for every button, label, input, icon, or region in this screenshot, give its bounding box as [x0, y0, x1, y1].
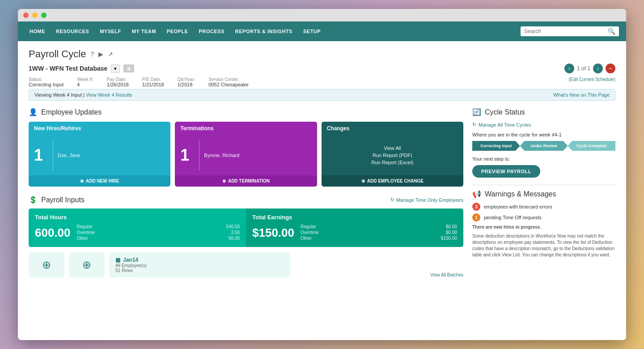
nav-process[interactable]: PROCESS	[194, 26, 229, 37]
week-value: 4	[77, 82, 80, 87]
total-hours-card: Total Hours 600.00 Regular 540.50 Overti…	[29, 209, 246, 247]
warnings-title: Warnings & Messages	[485, 190, 556, 198]
warning-icon: 📢	[472, 190, 481, 198]
total-earnings-card: Total Earnings $150.00 Regular $0.00 Ove…	[246, 209, 463, 247]
nav-my-team[interactable]: MY TEAM	[127, 26, 161, 37]
edit-schedule-link[interactable]: (Edit Current Schedule)	[569, 77, 616, 87]
earnings-title: Total Earnings	[252, 214, 457, 221]
add-batch-button-1[interactable]: ⊕	[29, 252, 64, 277]
warning-text-2: pending Time Off requests	[484, 215, 542, 220]
pe-date-value: 1/21/2018	[142, 82, 164, 87]
meta-qtr: Qtr/Year: 1/2018	[178, 77, 195, 87]
cycle-status-section: 🔄 Cycle Status ↻ Manage All Time Cycles …	[472, 108, 615, 178]
earnings-main: $150.00 Regular $0.00 Overtime $0.00	[252, 224, 457, 242]
search-bar: 🔍	[521, 26, 619, 36]
deduction-warning: Some deduction descriptions in Workforce…	[472, 233, 615, 258]
terms-divider	[199, 140, 199, 171]
add-hire-icon: ⊕	[80, 179, 84, 183]
hours-title: Total Hours	[35, 214, 240, 221]
remove-button[interactable]: −	[606, 64, 615, 73]
changes-card-title: Changes	[322, 122, 463, 135]
expand-icon[interactable]: ↗	[108, 51, 113, 58]
hours-regular-row: Regular 540.50	[77, 224, 240, 229]
maximize-dot[interactable]	[41, 13, 47, 18]
nav-resources[interactable]: RESOURCES	[51, 26, 93, 37]
new-hires-warning: There are new hires in progress.	[472, 224, 615, 230]
hours-breakdown: Regular 540.50 Overtime 3.50 Other 56.00	[77, 224, 240, 242]
main-nav: HOME RESOURCES MYSELF MY TEAM PEOPLE PRO…	[18, 21, 626, 41]
minimize-dot[interactable]	[32, 13, 38, 18]
hires-name: Doe, Jane	[58, 140, 165, 171]
nav-people[interactable]: PEOPLE	[162, 26, 193, 37]
dropdown-button[interactable]: ▾	[111, 64, 120, 73]
help-icon[interactable]: ?	[90, 51, 94, 58]
service-value: 0052 Chesapeake	[208, 82, 248, 87]
changes-card: Changes View All Run Report (PDF) Run Re…	[322, 122, 463, 187]
view-all-changes-link[interactable]: View All	[327, 145, 458, 151]
step-complete: Cycle Complete	[568, 141, 615, 151]
employee-icon: 👤	[29, 108, 38, 116]
payroll-inputs-header: 💲 Payroll Inputs	[29, 196, 85, 204]
run-report-pdf-link[interactable]: Run Report (PDF)	[327, 153, 458, 158]
meta-pay-date: Pay Date: 1/26/2018	[107, 77, 129, 87]
nav-reports[interactable]: REPORTS & INSIGHTS	[231, 26, 297, 37]
payroll-icon: 💲	[29, 196, 38, 204]
info-banner: Viewing Week 4 Input | View Week 4 Resul…	[29, 89, 615, 101]
app-window: HOME RESOURCES MYSELF MY TEAM PEOPLE PRO…	[18, 9, 626, 340]
add-change-icon: ⊕	[361, 179, 365, 183]
qtr-value: 1/2018	[178, 82, 193, 87]
earnings-overtime-row: Overtime $0.00	[301, 230, 457, 235]
run-report-excel-link[interactable]: Run Report (Excel)	[327, 160, 458, 165]
cycle-steps: Correcting Input Under Review Cycle Comp…	[472, 141, 615, 151]
titlebar	[18, 9, 626, 21]
add-new-hire-button[interactable]: ⊕ ADD NEW HIRE	[29, 175, 170, 187]
batch-actions: View All Batches	[295, 252, 463, 277]
meta-pe-date: P/E Date: 1/21/2018	[142, 77, 164, 87]
next-page-button[interactable]: ›	[593, 64, 603, 73]
changes-links: View All Run Report (PDF) Run Report (Ex…	[327, 140, 458, 171]
hours-overtime-row: Overtime 3.50	[77, 230, 240, 235]
search-input[interactable]	[524, 28, 605, 34]
earnings-other-row: Other $150.00	[301, 236, 457, 241]
status-value: Correcting Input	[29, 82, 64, 87]
preview-payroll-button[interactable]: PREVIEW PAYROLL	[472, 165, 540, 178]
warning-item-1: 3 employees with timecard errors	[472, 203, 615, 211]
warning-badge-1: 3	[472, 203, 480, 211]
view-all-batches-link[interactable]: View All Batches	[430, 272, 463, 277]
add-batch-button-2[interactable]: ⊕	[69, 252, 105, 277]
warnings-section: 📢 Warnings & Messages 3 employees with t…	[472, 190, 615, 258]
add-termination-button[interactable]: ⊕ ADD TERMINATION	[175, 175, 317, 187]
new-hires-card: New Hires/Rehires 1 Doe, Jane ⊕ ADD NEW …	[29, 122, 170, 187]
add-employee-change-button[interactable]: ⊕ ADD EMPLOYEE CHANGE	[322, 175, 463, 187]
banner-viewing: Viewing Week 4 Input | View Week 4 Resul…	[34, 92, 132, 98]
employee-updates-title: Employee Updates	[41, 108, 102, 116]
step-correcting: Correcting Input	[472, 141, 520, 151]
table-icon: ▦	[115, 257, 120, 263]
grid-view-icon[interactable]: ▦	[123, 64, 134, 72]
nav-setup[interactable]: SETUP	[299, 26, 325, 37]
cycle-where-text: Where you are in the cycle for week #4-1	[472, 132, 615, 137]
banner-text: Viewing Week 4 Input |	[34, 92, 85, 98]
warning-text-1: employees with timecard errors	[484, 204, 552, 209]
service-label: Service Center:	[208, 77, 248, 82]
batch-sub1: 49 Employee(s)	[115, 263, 284, 268]
terms-card-title: Terminations	[175, 122, 317, 135]
pay-date-value: 1/26/2018	[107, 82, 129, 87]
earnings-regular-row: Regular $0.00	[301, 224, 457, 229]
prev-page-button[interactable]: ‹	[564, 64, 574, 73]
nav-myself[interactable]: MYSELF	[95, 26, 126, 37]
earnings-breakdown: Regular $0.00 Overtime $0.00 Other $150.…	[301, 224, 457, 242]
nav-home[interactable]: HOME	[25, 26, 50, 37]
search-icon: 🔍	[608, 28, 615, 35]
video-icon[interactable]: ▶	[98, 51, 103, 58]
close-dot[interactable]	[23, 13, 29, 18]
whats-new-link[interactable]: What's New on This Page	[553, 92, 610, 98]
page-count: 1 of 1	[577, 65, 590, 72]
batch-info-card: ▦ Jan14 49 Employee(s) 51 Rows	[109, 252, 290, 277]
manage-cycles-link[interactable]: ↻ Manage All Time Cycles	[472, 122, 615, 128]
view-results-link[interactable]: View Week 4 Results	[86, 92, 132, 98]
manage-time-link[interactable]: ↻ Manage Time Only Employees	[390, 197, 463, 203]
payroll-cards: Total Hours 600.00 Regular 540.50 Overti…	[29, 209, 463, 247]
step-under-review: Under Review	[520, 141, 568, 151]
hours-other-row: Other 56.00	[77, 236, 240, 241]
